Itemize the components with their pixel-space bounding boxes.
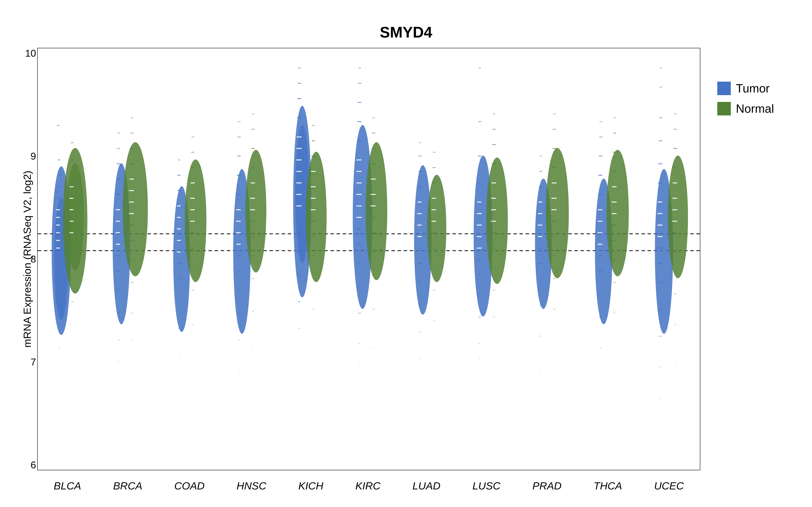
svg-rect-243 (492, 247, 496, 248)
svg-rect-194 (417, 202, 422, 203)
svg-rect-318 (658, 282, 662, 283)
chart-area: mRNA Expression (RNASeq V2, log2) 10 9 8… (17, 48, 795, 470)
svg-rect-280 (599, 156, 602, 157)
svg-rect-295 (613, 152, 617, 153)
svg-rect-161 (357, 140, 361, 141)
svg-rect-171 (358, 286, 361, 287)
x-tick-thca: THCA (594, 480, 622, 492)
svg-rect-90 (191, 267, 194, 268)
svg-rect-59 (130, 225, 134, 226)
svg-rect-7 (56, 209, 60, 210)
svg-rect-36 (117, 148, 120, 149)
svg-rect-41 (115, 221, 120, 222)
svg-rect-236 (492, 144, 496, 145)
svg-rect-160 (357, 121, 361, 122)
svg-rect-297 (612, 186, 617, 187)
svg-rect-17 (58, 313, 60, 314)
svg-rect-46 (117, 290, 120, 291)
svg-rect-95 (238, 136, 241, 137)
svg-rect-209 (432, 198, 436, 199)
svg-rect-12 (56, 247, 60, 248)
svg-rect-119 (251, 236, 255, 237)
svg-rect-301 (612, 240, 616, 241)
svg-rect-13 (56, 255, 60, 256)
svg-rect-202 (419, 332, 421, 333)
svg-rect-206 (433, 152, 436, 153)
svg-rect-274 (553, 255, 556, 256)
legend: Tumor Normal (711, 48, 795, 470)
svg-rect-126 (298, 67, 301, 68)
chart-container: SMYD4 mRNA Expression (RNASeq V2, log2) … (0, 0, 812, 507)
svg-rect-328 (673, 167, 677, 168)
svg-rect-19 (58, 348, 60, 349)
svg-rect-197 (417, 236, 422, 237)
svg-rect-134 (296, 182, 302, 183)
svg-rect-3 (58, 160, 60, 161)
svg-rect-287 (598, 255, 602, 256)
svg-rect-285 (598, 232, 602, 233)
svg-rect-268 (552, 167, 556, 168)
svg-rect-61 (130, 259, 134, 260)
chart-wrapper: SMYD4 mRNA Expression (RNASeq V2, log2) … (17, 17, 795, 490)
svg-rect-38 (116, 179, 120, 180)
svg-rect-88 (191, 232, 195, 233)
svg-rect-261 (540, 336, 542, 336)
svg-rect-29 (69, 232, 73, 233)
svg-rect-312 (658, 202, 662, 203)
svg-rect-179 (371, 163, 375, 164)
svg-rect-51 (131, 117, 134, 118)
svg-point-233 (486, 158, 508, 284)
x-tick-kirc: KIRC (355, 480, 380, 492)
svg-rect-75 (177, 278, 181, 279)
svg-rect-248 (494, 370, 494, 371)
svg-rect-164 (356, 182, 362, 183)
svg-rect-306 (660, 67, 662, 68)
svg-rect-94 (238, 121, 240, 122)
svg-rect-129 (297, 117, 302, 118)
svg-rect-24 (70, 173, 73, 174)
svg-rect-293 (613, 117, 616, 118)
svg-rect-49 (118, 361, 119, 361)
svg-rect-187 (372, 309, 375, 310)
svg-rect-8 (56, 217, 60, 218)
svg-rect-111 (252, 113, 254, 114)
svg-rect-56 (129, 190, 134, 191)
svg-rect-170 (357, 263, 361, 264)
svg-rect-109 (239, 412, 240, 413)
svg-rect-84 (191, 182, 195, 183)
svg-rect-74 (177, 263, 181, 264)
y-tick-6: 6 (21, 460, 36, 470)
svg-rect-246 (493, 317, 495, 318)
svg-rect-85 (190, 198, 195, 199)
svg-rect-309 (659, 140, 662, 141)
y-tick-labels: 10 9 8 7 6 (21, 48, 36, 470)
svg-rect-73 (177, 251, 181, 252)
svg-rect-162 (357, 160, 361, 161)
svg-rect-201 (419, 305, 421, 306)
y-tick-7: 7 (21, 357, 36, 367)
svg-rect-302 (613, 259, 616, 260)
svg-rect-291 (600, 347, 602, 348)
svg-rect-103 (237, 255, 241, 256)
svg-rect-284 (598, 221, 602, 222)
svg-rect-228 (477, 274, 481, 276)
svg-rect-215 (433, 290, 435, 290)
svg-rect-114 (251, 167, 255, 168)
svg-rect-112 (252, 129, 255, 130)
svg-rect-163 (356, 171, 362, 172)
svg-rect-116 (250, 198, 255, 199)
svg-rect-278 (600, 121, 602, 122)
svg-rect-317 (658, 263, 662, 264)
svg-rect-166 (356, 206, 362, 207)
svg-rect-255 (538, 225, 542, 226)
svg-rect-86 (190, 209, 195, 210)
svg-point-175 (366, 142, 387, 280)
svg-rect-18 (59, 331, 61, 332)
svg-rect-338 (674, 362, 676, 363)
svg-rect-37 (117, 163, 120, 164)
svg-rect-319 (659, 309, 662, 310)
svg-rect-70 (177, 217, 181, 218)
svg-rect-97 (237, 175, 241, 176)
svg-rect-169 (357, 244, 361, 245)
svg-rect-165 (356, 194, 362, 195)
